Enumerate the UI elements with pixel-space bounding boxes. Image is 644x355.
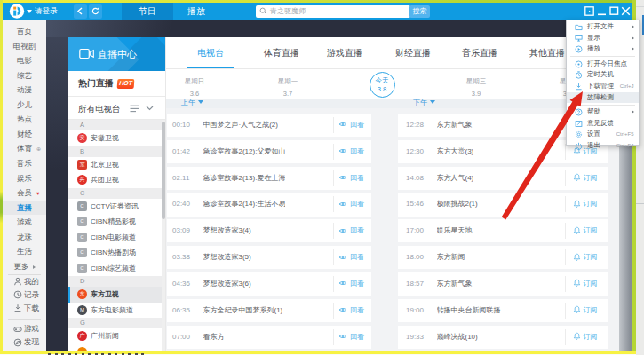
- program-row[interactable]: 03:09梦想改造家3(4)回看: [167, 219, 371, 242]
- all-channels-header[interactable]: 所有电视台: [68, 96, 165, 121]
- channel-row[interactable]: M东方电影频道: [68, 303, 165, 319]
- menu-item-10[interactable]: 意见反馈: [567, 118, 639, 130]
- channel-scrollbar-thumb[interactable]: [162, 122, 165, 219]
- back-button[interactable]: [74, 4, 87, 19]
- program-row[interactable]: 02:40急诊室故事2(14):生活不易回看: [167, 193, 371, 216]
- program-row[interactable]: 18:00东方新闻订阅: [398, 246, 608, 269]
- channel-row[interactable]: 东东方卫视: [68, 287, 165, 303]
- program-action-button[interactable]: 订阅: [573, 326, 598, 349]
- live-tab-1[interactable]: 体育直播: [264, 37, 299, 68]
- menu-item-7[interactable]: 故障检测: [567, 92, 639, 104]
- program-row[interactable]: 19:00转播中央台新闻联播订阅: [398, 299, 608, 322]
- sidebar-item-16[interactable]: 更多: [3, 260, 46, 273]
- sidebar-item-4[interactable]: 动漫: [3, 83, 46, 97]
- program-action-button[interactable]: 回看: [338, 140, 364, 163]
- program-row[interactable]: 19:33巅峰决战(10)订阅: [398, 326, 608, 349]
- date-col-0[interactable]: 星期日3.6: [159, 70, 230, 98]
- sidebar-item-15[interactable]: 生活: [3, 245, 46, 258]
- menu-item-0[interactable]: 打开文件: [567, 21, 639, 33]
- channel-row[interactable]: CCIBN综艺频道: [68, 261, 165, 277]
- program-action-button[interactable]: 订阅: [573, 246, 598, 269]
- menu-item-11[interactable]: 设置Ctrl+F5: [567, 129, 639, 140]
- sidebar-item-3[interactable]: 综艺: [3, 69, 46, 83]
- sidebar-item-6[interactable]: 热点: [3, 113, 46, 126]
- login-link[interactable]: 请登录: [35, 3, 58, 20]
- search-box[interactable]: 青之驱魔师: [256, 5, 410, 18]
- app-logo[interactable]: [8, 3, 26, 20]
- sidebar-item-5[interactable]: 少儿: [3, 99, 46, 112]
- program-action-button[interactable]: 订阅: [573, 272, 598, 296]
- program-row[interactable]: 03:38梦想改造家3(5)回看: [167, 246, 371, 269]
- live-tab-5[interactable]: 其他直播: [529, 37, 565, 68]
- channel-row[interactable]: 广广州新闻: [68, 328, 165, 344]
- live-tab-4[interactable]: 音乐直播: [462, 37, 497, 68]
- channel-row[interactable]: CCIBN电影频道: [68, 230, 165, 246]
- program-row[interactable]: 00:10中国梦之声·人气之战(2)回看: [167, 114, 371, 137]
- sidebar-item-2[interactable]: 电影: [3, 54, 46, 67]
- channel-row[interactable]: 安安徽卫视: [68, 130, 165, 146]
- titlebar-tab-programs[interactable]: 节目: [122, 3, 173, 20]
- program-row[interactable]: 18:57东方新气象订阅: [398, 272, 608, 296]
- program-action-button[interactable]: 订阅: [573, 299, 598, 322]
- program-action-button[interactable]: 订阅: [573, 219, 598, 242]
- channel-row[interactable]: CCCTV证券资讯: [68, 199, 165, 215]
- hot-live-item[interactable]: 热门直播 HOT: [68, 71, 165, 96]
- live-tab-3[interactable]: 财经直播: [395, 37, 431, 68]
- program-row[interactable]: 14:08东方人气(4)订阅: [398, 167, 608, 190]
- minimize-button[interactable]: [596, 4, 608, 18]
- maximize-button[interactable]: [608, 4, 620, 18]
- program-action-button[interactable]: 回看: [338, 299, 364, 322]
- program-row[interactable]: 17:00娱乐星天地订阅: [398, 219, 608, 242]
- sidebar-extra-1[interactable]: 发现: [3, 335, 46, 349]
- program-action-button[interactable]: 回看: [338, 326, 364, 349]
- program-action-button[interactable]: 回看: [338, 193, 364, 216]
- titlebar-tab-playback[interactable]: 播放: [173, 3, 219, 20]
- live-tab-0[interactable]: 电视台: [197, 37, 224, 68]
- program-action-button[interactable]: 订阅: [573, 193, 598, 216]
- menu-item-6[interactable]: 下载管理Ctrl+J: [567, 81, 639, 92]
- menu-item-4[interactable]: 打开今日焦点: [567, 59, 639, 70]
- refresh-button[interactable]: [89, 4, 102, 19]
- program-row[interactable]: 07:00看东方回看: [167, 326, 371, 349]
- close-button[interactable]: [620, 4, 632, 18]
- main-menu-button[interactable]: [584, 4, 595, 18]
- program-row[interactable]: 04:36梦想改造家3(6)回看: [167, 272, 371, 296]
- program-action-button[interactable]: 回看: [338, 272, 364, 296]
- sidebar-item-12[interactable]: 直播: [3, 201, 46, 215]
- menu-item-5[interactable]: 定时关机: [567, 69, 639, 81]
- sidebar-extra-0[interactable]: 游戏: [3, 322, 46, 335]
- program-action-button[interactable]: 回看: [338, 246, 364, 269]
- sidebar-item-7[interactable]: 财经: [3, 128, 46, 141]
- menu-item-1[interactable]: 显示: [567, 33, 639, 44]
- search-input[interactable]: 青之驱魔师: [270, 5, 306, 18]
- menu-item-12[interactable]: 退出Ctrl+F4: [567, 140, 639, 152]
- sidebar-item-11[interactable]: 会员♥: [3, 186, 46, 200]
- sidebar-tool-1[interactable]: 记录: [3, 288, 46, 302]
- sidebar-item-13[interactable]: 游戏: [3, 216, 46, 229]
- sidebar-tool-2[interactable]: 下载: [3, 302, 46, 315]
- channel-row[interactable]: 兵兵团卫视: [68, 172, 165, 188]
- live-tab-2[interactable]: 游戏直播: [327, 37, 362, 68]
- program-action-button[interactable]: 回看: [338, 219, 364, 242]
- logo-dropdown-caret[interactable]: [27, 10, 32, 13]
- menu-item-9[interactable]: 帮助: [567, 106, 639, 118]
- sidebar-item-14[interactable]: 龙珠: [3, 231, 46, 244]
- sidebar-item-8[interactable]: 体育⊕: [3, 142, 46, 155]
- sidebar-item-1[interactable]: 电视剧: [3, 40, 46, 53]
- program-row[interactable]: 02:11急诊室故事2(13):爱在上海回看: [167, 167, 371, 190]
- program-row[interactable]: 01:42急诊室故事2(12):父爱如山回看: [167, 140, 371, 163]
- program-action-button[interactable]: 回看: [338, 167, 364, 190]
- sidebar-item-9[interactable]: 音乐: [3, 157, 46, 170]
- sidebar-tool-0[interactable]: 我的: [3, 275, 46, 288]
- sidebar-item-0[interactable]: 首页: [3, 25, 46, 38]
- channel-row[interactable]: 京北京卫视: [68, 157, 165, 173]
- morning-dropdown[interactable]: 上午: [181, 99, 203, 108]
- program-row[interactable]: 15:46极限挑战2(1)订阅: [398, 193, 608, 216]
- afternoon-dropdown[interactable]: 下午: [413, 99, 435, 108]
- date-col-3[interactable]: 星期三3.9: [441, 70, 512, 98]
- channel-row[interactable]: CCIBN精品影视: [68, 214, 165, 230]
- menu-item-2[interactable]: 播放: [567, 43, 639, 55]
- channel-row[interactable]: [68, 344, 165, 351]
- date-today[interactable]: 今天3.8: [346, 72, 417, 98]
- date-col-1[interactable]: 星期一3.7: [252, 70, 323, 98]
